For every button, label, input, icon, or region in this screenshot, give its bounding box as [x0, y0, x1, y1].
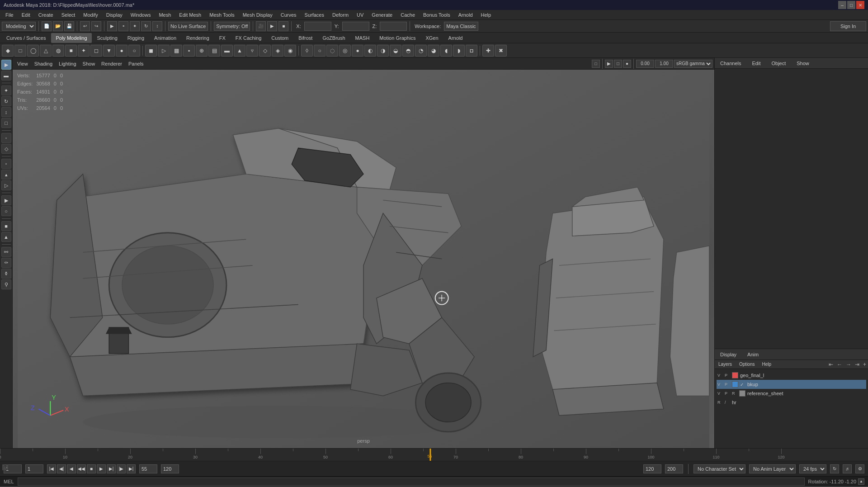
menu-help[interactable]: Help	[477, 10, 495, 19]
tab-fx[interactable]: FX	[215, 33, 230, 43]
layers-nav-first[interactable]: ⇤	[829, 361, 833, 368]
live-surface-label[interactable]: No Live Surface	[168, 22, 208, 31]
loop-button[interactable]: ↻	[830, 464, 839, 473]
vp-menu-renderer[interactable]: Renderer	[99, 60, 125, 67]
shelf-btn-33[interactable]: ◔	[415, 45, 427, 57]
tab-sculpting[interactable]: Sculpting	[93, 33, 122, 43]
shelf-btn-35[interactable]: ◖	[440, 45, 452, 57]
shelf-btn-24[interactable]: ◊	[301, 45, 313, 57]
menu-edit[interactable]: Edit	[18, 10, 34, 19]
frame-current-field[interactable]: 1	[25, 464, 43, 473]
tab-gozbrush[interactable]: GoZBrush	[318, 33, 349, 43]
tab-animation[interactable]: Animation	[150, 33, 181, 43]
misc-button-2[interactable]: ⚰	[1, 258, 11, 268]
tweak-button[interactable]: ◇	[1, 144, 11, 154]
options-subtab[interactable]: Options	[737, 362, 756, 367]
shelf-btn-11[interactable]: ○	[128, 45, 140, 57]
audio-button[interactable]: ♬	[843, 464, 852, 473]
snap-point-button[interactable]: ▷	[1, 180, 11, 190]
shelf-btn-28[interactable]: ●	[352, 45, 363, 57]
vp-value2-field[interactable]	[655, 60, 673, 68]
misc-button-3[interactable]: ⚱	[1, 269, 11, 279]
menu-bonus-tools[interactable]: Bonus Tools	[420, 10, 454, 19]
z-field[interactable]	[380, 22, 407, 31]
object-tab[interactable]: Object	[769, 60, 788, 67]
menu-mesh-display[interactable]: Mesh Display	[239, 10, 276, 19]
misc-button-4[interactable]: ⚲	[1, 279, 11, 289]
menu-curves[interactable]: Curves	[277, 10, 300, 19]
vp-menu-lighting[interactable]: Lighting	[56, 60, 79, 67]
shelf-btn-26[interactable]: ◌	[326, 45, 338, 57]
tab-xgen[interactable]: XGen	[421, 33, 443, 43]
mel-input[interactable]	[18, 478, 805, 486]
vp-menu-show[interactable]: Show	[80, 60, 98, 67]
shelf-btn-38[interactable]: ✚	[482, 45, 494, 57]
x-field[interactable]	[304, 22, 331, 31]
component-button[interactable]: ○	[1, 206, 11, 216]
shelf-btn-39[interactable]: ✖	[495, 45, 507, 57]
shelf-btn-22[interactable]: ◈	[272, 45, 283, 57]
stop-button[interactable]: ■	[87, 464, 96, 473]
close-button[interactable]: ✕	[856, 1, 864, 9]
help-subtab[interactable]: Help	[760, 362, 773, 367]
shelf-btn-1[interactable]: ◆	[2, 45, 14, 57]
channels-tab[interactable]: Channels	[718, 60, 743, 67]
vp-menu-view[interactable]: View	[14, 60, 31, 67]
vp-gamma-select[interactable]: sRGB gamma	[674, 60, 712, 68]
vp-maximize-button[interactable]: □	[592, 60, 600, 68]
move-tool-button[interactable]: ✦	[130, 21, 140, 31]
shelf-btn-29[interactable]: ◐	[364, 45, 376, 57]
step-forward-button[interactable]: |▶	[117, 464, 126, 473]
tab-bifrost[interactable]: Bifrost	[294, 33, 317, 43]
tab-fx-caching[interactable]: FX Caching	[231, 33, 266, 43]
edit-tab[interactable]: Edit	[750, 60, 762, 67]
shelf-btn-36[interactable]: ◗	[453, 45, 465, 57]
scale-button[interactable]: ↕	[1, 107, 11, 117]
anim-tab[interactable]: Anim	[745, 351, 760, 358]
history-button[interactable]: ▶	[1, 195, 11, 205]
shelf-btn-34[interactable]: ◕	[428, 45, 439, 57]
snap-grid-button[interactable]: ▫	[1, 159, 11, 169]
open-scene-button[interactable]: 📂	[53, 21, 63, 31]
play-forward-button[interactable]: ▶	[97, 464, 106, 473]
vp-value1-field[interactable]	[636, 60, 654, 68]
display-tab[interactable]: Display	[718, 351, 738, 358]
shelf-btn-6[interactable]: ■	[65, 45, 77, 57]
play-back-button[interactable]: ◀◀	[77, 464, 86, 473]
menu-generate[interactable]: Generate	[368, 10, 396, 19]
layers-nav-prev[interactable]: ←	[837, 361, 842, 368]
menu-mesh-tools[interactable]: Mesh Tools	[206, 10, 238, 19]
menu-surfaces[interactable]: Surfaces	[301, 10, 328, 19]
render-button[interactable]: ▶	[267, 21, 277, 31]
step-back-button[interactable]: ◀|	[57, 464, 66, 473]
menu-uv[interactable]: UV	[353, 10, 367, 19]
shelf-btn-37[interactable]: ◘	[466, 45, 477, 57]
vp-menu-panels[interactable]: Panels	[126, 60, 146, 67]
menu-windows[interactable]: Windows	[127, 10, 155, 19]
current-frame-display[interactable]: 55	[139, 464, 157, 473]
layer-row-hr[interactable]: R / hr	[717, 398, 866, 407]
tab-custom[interactable]: Custom	[267, 33, 293, 43]
minimize-button[interactable]: –	[838, 1, 846, 9]
shelf-btn-20[interactable]: ▿	[246, 45, 258, 57]
paint-select-button[interactable]: ▬	[1, 71, 11, 80]
layer-row-reference[interactable]: V P R reference_sheet	[717, 389, 866, 398]
shelf-btn-31[interactable]: ◒	[390, 45, 401, 57]
shelf-btn-21[interactable]: ◇	[259, 45, 271, 57]
ipr-button[interactable]: ■	[278, 21, 288, 31]
shelf-btn-12[interactable]: ◼	[145, 45, 157, 57]
y-field[interactable]	[342, 22, 369, 31]
timeline[interactable]: 0102030405060708090100110120 55	[0, 448, 868, 461]
quick-render-button[interactable]: ▲	[1, 232, 11, 242]
tab-curves-surfaces[interactable]: Curves / Surfaces	[2, 33, 50, 43]
shelf-btn-17[interactable]: ▤	[208, 45, 220, 57]
render-setup-button[interactable]: ■	[1, 221, 11, 231]
menu-arnold[interactable]: Arnold	[455, 10, 476, 19]
shelf-btn-16[interactable]: ⊕	[196, 45, 208, 57]
layers-subtab[interactable]: Layers	[717, 362, 734, 367]
viewport[interactable]: View Shading Lighting Show Renderer Pane…	[13, 58, 714, 448]
vp-wireframe-btn[interactable]: □	[614, 60, 622, 68]
rotate-button[interactable]: ↻	[1, 96, 11, 106]
shelf-btn-30[interactable]: ◑	[377, 45, 389, 57]
symmetry-label[interactable]: Symmetry: Off	[214, 22, 250, 31]
